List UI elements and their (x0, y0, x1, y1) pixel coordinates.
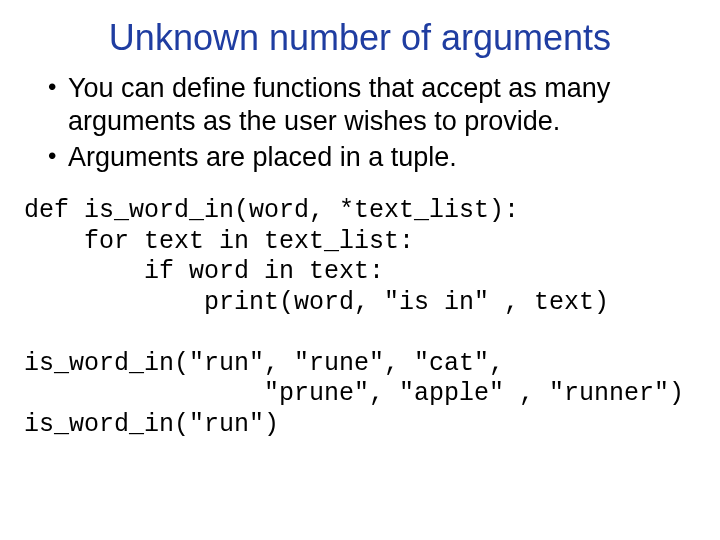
code-block: def is_word_in(word, *text_list): for te… (24, 196, 696, 440)
slide: Unknown number of arguments You can defi… (0, 18, 720, 540)
bullet-item: Arguments are placed in a tuple. (48, 141, 692, 174)
slide-title: Unknown number of arguments (40, 18, 680, 58)
bullet-item: You can define functions that accept as … (48, 72, 692, 138)
bullet-list: You can define functions that accept as … (48, 72, 692, 175)
